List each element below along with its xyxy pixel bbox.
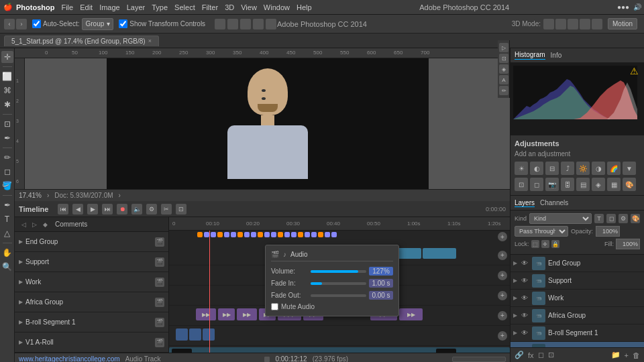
kind-icon-2[interactable]: ◻ [606,214,616,223]
transform-checkbox[interactable] [119,19,127,28]
adj-contrast[interactable]: ◐ [530,162,543,175]
ptab-audio[interactable]: Audio [290,251,308,258]
layer-eye-broll[interactable]: 👁 [520,328,529,338]
tool-type[interactable]: T [1,213,13,225]
track-arrow-work[interactable]: ▶ [19,279,23,285]
layer-item-work[interactable]: ▶ 👁 📹 Work [511,290,644,307]
fade-in-slider[interactable] [311,282,366,285]
menu-3d[interactable]: 3D [225,3,234,11]
adj-thresh[interactable]: ◈ [592,178,605,191]
3d-icon-1[interactable] [543,19,554,29]
motion-dropdown[interactable]: Motion [608,18,637,29]
track-arrow-v1aroll[interactable]: ▶ [19,339,23,345]
adj-colorbal[interactable]: ⊡ [515,178,528,191]
document-tab[interactable]: 5_1_Start.psd @ 17.4% (End Group, RGB/8)… [4,36,159,46]
tl-prev-frame[interactable]: ⏮ [58,204,68,215]
lb-fx[interactable]: fx [528,351,534,359]
lb-new[interactable]: + [625,351,629,359]
track-header-broll[interactable]: ▶ B-roll Segment 1 🎬 [15,312,168,333]
tl-next[interactable]: ⏭ [102,204,113,215]
broll-clip-2[interactable] [189,328,201,341]
layer-item-end-group[interactable]: ▶ 👁 📹 End Group [511,255,644,272]
adj-down[interactable]: ▼ [623,162,636,175]
track-header-end-group[interactable]: ▶ End Group 🎬 [15,232,168,252]
side-tool-2[interactable]: ⊡ [499,54,508,63]
menu-photoshop[interactable]: Photoshop [16,3,54,11]
side-tool-4[interactable]: A [499,75,508,84]
comments-prev[interactable]: ◁ [19,220,28,229]
adj-curves[interactable]: ⤴ [561,162,574,175]
lb-adjust[interactable]: ⊡ [548,351,554,359]
adj-exposure[interactable]: 🔆 [576,162,590,175]
tool-icon-2[interactable] [227,19,238,29]
menu-select[interactable]: Select [174,3,195,11]
lb-link[interactable]: 🔗 [515,351,524,359]
add-btn-work[interactable]: + [498,291,507,300]
track-header-v1aroll[interactable]: ▶ V1 A-Roll 🎬 [15,333,168,353]
lock-position[interactable]: ✛ [541,240,549,248]
canvas[interactable] [25,58,510,189]
tab-close[interactable]: × [148,38,152,44]
comments-mark[interactable]: ◆ [40,220,50,229]
adj-posterize[interactable]: ▤ [576,178,590,191]
broll-clip-3[interactable] [203,328,215,341]
layer-item-africa-group[interactable]: ▶ 👁 📹 Africa Group [511,307,644,324]
add-track-btn[interactable]: + [498,232,507,241]
add-btn-end-group[interactable]: + [498,251,507,260]
side-tool-1[interactable]: ▷ [499,48,508,52]
comments-next[interactable]: ▷ [30,220,39,229]
add-btn-broll[interactable]: + [498,331,507,341]
lb-mask[interactable]: ◻ [538,351,544,359]
layer-arrow-broll[interactable]: ▶ [513,330,517,336]
track-header-support[interactable]: ▶ Support 🎬 [15,252,168,272]
layer-eye-africa-group[interactable]: 👁 [520,311,529,320]
side-tool-5[interactable]: ✏ [499,86,508,95]
nav-back[interactable]: ‹ [4,19,15,29]
layer-eye-support[interactable]: 👁 [520,276,529,286]
tool-fill[interactable]: 🪣 [1,180,13,192]
adj-photo[interactable]: 📷 [545,178,559,191]
menu-view[interactable]: View [241,3,257,11]
layer-arrow-work[interactable]: ▶ [513,295,517,301]
adj-vibrance[interactable]: ◑ [592,162,605,175]
layers-tab-channels[interactable]: Channels [540,199,568,206]
autoselect-checkbox[interactable] [32,19,41,28]
tl-mute[interactable]: 🔈 [131,204,142,215]
broll-clip-1[interactable] [176,328,188,341]
hist-tab-histogram[interactable]: Histogram [515,51,545,60]
tool-move[interactable]: ✛ [1,51,13,63]
3d-icon-4[interactable] [580,19,590,29]
playhead[interactable] [209,231,210,353]
adj-hue[interactable]: 🌈 [607,162,621,175]
menu-image[interactable]: Image [99,3,120,11]
v1aroll-clip[interactable]: 👤 OnCamera copy 👤 OnCamera copy... [169,347,510,353]
track-arrow-broll[interactable]: ▶ [19,319,23,325]
volume-slider[interactable] [311,270,366,273]
timeline-scroll[interactable] [452,357,506,362]
track-header-africa-group[interactable]: ▶ Africa Group 🎬 [15,292,168,312]
3d-icon-3[interactable] [568,19,578,29]
menu-file[interactable]: File [61,3,73,11]
tool-eraser[interactable]: ◻ [1,166,13,178]
menu-filter[interactable]: Filter [202,3,218,11]
tool-hand[interactable]: ✋ [1,247,13,259]
adj-bw[interactable]: ◻ [530,178,543,191]
fade-out-slider[interactable] [311,294,366,297]
adj-brightness[interactable]: ☀ [515,162,528,175]
tool-lasso[interactable]: ⌘ [1,84,13,97]
3d-icon-2[interactable] [555,19,566,29]
tl-settings[interactable]: ⚙ [146,204,157,215]
clip-purple-2[interactable]: ▶▶ [218,308,235,320]
fill-input[interactable] [616,239,640,249]
tool-marquee[interactable]: ⬜ [1,70,13,82]
clip-purple-r2[interactable]: ▶▶ [399,308,423,320]
tool-shape[interactable]: △ [1,227,13,239]
track-arrow-africa-group[interactable]: ▶ [19,299,23,305]
ptab-video[interactable]: 🎬 [271,251,279,258]
mute-checkbox[interactable] [271,303,278,310]
clip-purple-3[interactable]: ▶▶ [237,308,257,320]
opacity-input[interactable] [596,226,620,237]
layer-arrow-africa-group[interactable]: ▶ [513,312,517,318]
lock-all[interactable]: 🔒 [551,240,559,248]
menu-layer[interactable]: Layer [127,3,146,11]
